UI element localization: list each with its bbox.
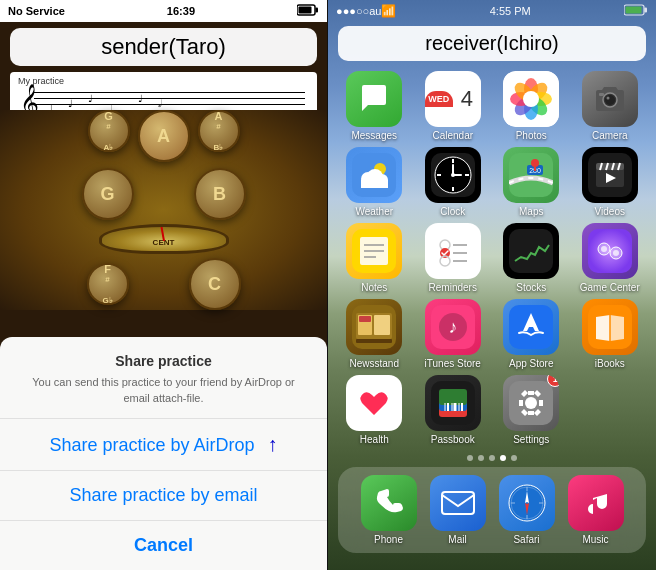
svg-rect-60	[509, 229, 553, 273]
app-item-gamecenter[interactable]: Game Center	[574, 223, 647, 293]
app-icon-appstore	[503, 299, 559, 355]
svg-rect-83	[439, 389, 467, 405]
app-label-gamecenter: Game Center	[580, 282, 640, 293]
app-label-camera: Camera	[592, 130, 628, 141]
svg-rect-53	[431, 229, 475, 273]
app-icon-newsstand	[346, 299, 402, 355]
svg-text:♪: ♪	[448, 317, 457, 337]
note-5: ♩	[138, 93, 143, 104]
note-buttons-top: G#A♭ A A#B♭	[88, 110, 240, 162]
app-item-newsstand[interactable]: Newsstand	[338, 299, 411, 369]
app-icon-settings: 1	[503, 375, 559, 431]
app-item-maps[interactable]: 280 Maps	[495, 147, 568, 217]
note-btn-b[interactable]: B	[194, 168, 246, 220]
sender-label: sender(Taro)	[10, 28, 317, 66]
share-dialog: Share practice You can send this practic…	[0, 337, 327, 570]
app-icon-maps: 280	[503, 147, 559, 203]
page-dots	[328, 451, 656, 465]
dock-item-safari[interactable]: Safari	[499, 475, 555, 545]
note-btn-asharp[interactable]: A#B♭	[198, 110, 240, 152]
wifi-icon: 📶	[381, 4, 396, 18]
note-btn-c[interactable]: C	[189, 258, 241, 310]
share-dialog-title: Share practice	[0, 353, 327, 369]
right-battery	[624, 4, 648, 18]
dock-item-mail[interactable]: Mail	[430, 475, 486, 545]
page-dot-5	[511, 455, 517, 461]
dock: Phone Mail	[338, 467, 646, 553]
note-btn-gsharp[interactable]: G#A♭	[88, 110, 130, 152]
app-label-weather: Weather	[355, 206, 393, 217]
svg-rect-2	[298, 7, 311, 14]
share-airdrop-button[interactable]: Share practice by AirDrop ↑	[0, 418, 327, 470]
right-time: 4:55 PM	[396, 5, 624, 17]
dock-label-music: Music	[582, 534, 608, 545]
right-phone: ●●●○○ au 📶 4:55 PM receiver(Ichiro) Mess…	[328, 0, 656, 570]
left-signal: No Service	[8, 5, 65, 17]
app-label-settings: Settings	[513, 434, 549, 445]
app-item-messages[interactable]: Messages	[338, 71, 411, 141]
app-item-weather[interactable]: Weather	[338, 147, 411, 217]
app-item-ibooks[interactable]: iBooks	[574, 299, 647, 369]
app-item-clock[interactable]: Clock	[417, 147, 490, 217]
note-btn-g[interactable]: G	[82, 168, 134, 220]
app-icon-notes	[346, 223, 402, 279]
app-label-photos: Photos	[516, 130, 547, 141]
svg-point-15	[523, 91, 539, 107]
app-item-settings[interactable]: 1 Settings	[495, 375, 568, 445]
note-btn-fsharp[interactable]: F#G♭	[87, 263, 129, 305]
app-icon-ibooks	[582, 299, 638, 355]
app-label-newsstand: Newsstand	[350, 358, 399, 369]
app-item-notes[interactable]: Notes	[338, 223, 411, 293]
svg-rect-25	[361, 180, 388, 188]
dock-label-safari: Safari	[513, 534, 539, 545]
dock-label-mail: Mail	[448, 534, 466, 545]
app-label-health: Health	[360, 434, 389, 445]
svg-rect-71	[356, 339, 392, 343]
app-icon-calendar: WED 4	[425, 71, 481, 127]
app-item-health[interactable]: Health	[338, 375, 411, 445]
note-3: ♩	[88, 93, 93, 104]
svg-point-18	[606, 97, 609, 100]
app-item-calendar[interactable]: WED 4 Calendar	[417, 71, 490, 141]
app-item-itunes[interactable]: ♪ iTunes Store	[417, 299, 490, 369]
left-status-bar: No Service 16:39	[0, 0, 327, 22]
dock-item-phone[interactable]: Phone	[361, 475, 417, 545]
app-item-videos[interactable]: Videos	[574, 147, 647, 217]
left-battery	[297, 4, 319, 18]
tuner-dial: CENT	[99, 224, 229, 254]
svg-rect-69	[359, 316, 371, 322]
app-grid: Messages WED 4 Calendar	[328, 65, 656, 451]
app-icon-videos	[582, 147, 638, 203]
svg-rect-5	[626, 7, 642, 14]
app-item-appstore[interactable]: App Store	[495, 299, 568, 369]
app-item-reminders[interactable]: Reminders	[417, 223, 490, 293]
receiver-label: receiver(Ichiro)	[338, 26, 646, 61]
app-item-stocks[interactable]: Stocks	[495, 223, 568, 293]
settings-badge: 1	[547, 375, 559, 387]
page-dot-1	[467, 455, 473, 461]
app-item-camera[interactable]: Camera	[574, 71, 647, 141]
app-item-passbook[interactable]: Passbook	[417, 375, 490, 445]
instrument-area: G#A♭ A A#B♭ G B CENT F#G♭ C	[0, 110, 327, 310]
app-label-calendar: Calendar	[432, 130, 473, 141]
app-label-maps: Maps	[519, 206, 543, 217]
app-item-photos[interactable]: Photos	[495, 71, 568, 141]
note-btn-a[interactable]: A	[138, 110, 190, 162]
cancel-button[interactable]: Cancel	[0, 520, 327, 570]
note-buttons-bottom: F#G♭ C	[87, 258, 241, 310]
note-2: ♩	[68, 98, 73, 109]
app-icon-itunes: ♪	[425, 299, 481, 355]
share-email-button[interactable]: Share practice by email	[0, 470, 327, 520]
airdrop-arrow-icon: ↑	[268, 433, 278, 455]
app-label-passbook: Passbook	[431, 434, 475, 445]
share-dialog-desc: You can send this practice to your frien…	[0, 375, 327, 406]
app-icon-health	[346, 375, 402, 431]
svg-rect-91	[442, 492, 474, 514]
app-label-clock: Clock	[440, 206, 465, 217]
dock-icon-music	[568, 475, 624, 531]
svg-rect-1	[315, 8, 318, 13]
dock-item-music[interactable]: Music	[568, 475, 624, 545]
left-phone: No Service 16:39 sender(Taro) My practic…	[0, 0, 328, 570]
staff-line-2	[34, 98, 305, 99]
staff-line-1	[34, 92, 305, 93]
